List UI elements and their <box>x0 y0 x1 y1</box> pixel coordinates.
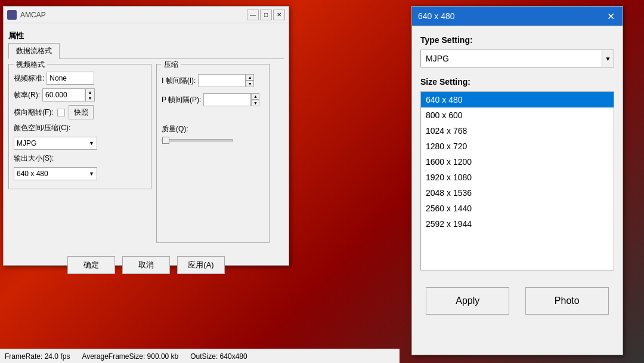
apply-properties-button[interactable]: 应用(A) <box>177 256 225 274</box>
flip-checkbox[interactable] <box>57 109 65 116</box>
color-space-value: MJPG <box>17 139 36 147</box>
framerate-arrows: ▲ ▼ <box>85 88 95 101</box>
out-size-status: OutSize: 640x480 <box>190 352 247 361</box>
framerate-down[interactable]: ▼ <box>86 95 94 101</box>
size-list[interactable]: 640 x 480800 x 6001024 x 7681280 x 72016… <box>420 91 614 270</box>
p-frame-arrows: ▲ ▼ <box>251 93 259 106</box>
video-standard-label: 视频标准: <box>14 73 44 84</box>
type-dropdown-arrow: ▼ <box>602 50 614 67</box>
tab-strip: 数据流格式 <box>8 42 284 59</box>
output-size-value: 640 x 480 <box>17 170 48 178</box>
color-space-label: 颜色空间/压缩(C): <box>14 123 70 133</box>
size-item[interactable]: 1024 x 768 <box>421 123 614 139</box>
output-size-select-row: 640 x 480 ▼ <box>14 167 146 180</box>
type-setting-label: Type Setting: <box>420 35 614 45</box>
window-controls: — □ ✕ <box>247 10 285 20</box>
size-item[interactable]: 640 x 480 <box>421 92 614 107</box>
properties-content: 属性 数据流格式 视频格式 视频标准: 帧率(R): <box>4 23 289 285</box>
flip-label: 横向翻转(F): <box>14 107 54 118</box>
avg-frame-size-status: AverageFrameSize: 900.00 kb <box>82 352 178 361</box>
right-column: 压缩 I 帧间隔(I): ▲ ▼ <box>156 64 270 248</box>
video-format-legend: 视频格式 <box>14 60 47 70</box>
framerate-up[interactable]: ▲ <box>86 89 94 95</box>
size-dialog-title: 640 x 480 <box>418 11 455 21</box>
size-item[interactable]: 1600 x 1200 <box>421 154 614 170</box>
video-format-group: 视频格式 视频标准: 帧率(R): ▲ ▼ <box>8 64 151 189</box>
size-item[interactable]: 2560 x 1440 <box>421 201 614 216</box>
size-dialog-content: Type Setting: MJPG ▼ Size Setting: 640 x… <box>412 26 623 280</box>
flip-row: 横向翻转(F): 快照 <box>14 105 146 119</box>
video-standard-input[interactable] <box>47 72 94 85</box>
type-value: MJPG <box>426 54 449 63</box>
size-item[interactable]: 1920 x 1080 <box>421 170 614 185</box>
i-frame-arrows: ▲ ▼ <box>246 74 254 87</box>
p-frame-up[interactable]: ▲ <box>251 93 259 100</box>
quality-slider-thumb[interactable] <box>162 137 169 144</box>
framerate-label: 帧率(R): <box>14 90 40 100</box>
size-dialog-titlebar: 640 x 480 ✕ <box>412 7 623 26</box>
output-size-label-row: 输出大小(S): <box>14 153 146 164</box>
output-size-label: 输出大小(S): <box>14 153 54 164</box>
size-close-button[interactable]: ✕ <box>605 10 617 22</box>
video-standard-row: 视频标准: <box>14 72 146 85</box>
p-frame-down[interactable]: ▼ <box>251 100 259 106</box>
i-frame-up[interactable]: ▲ <box>246 74 254 81</box>
left-column: 视频格式 视频标准: 帧率(R): ▲ ▼ <box>8 64 151 248</box>
size-setting-label: Size Setting: <box>420 77 614 87</box>
framerate-status: FrameRate: 24.0 fps <box>5 352 70 361</box>
snapshot-button[interactable]: 快照 <box>69 105 94 119</box>
properties-title: AMCAP <box>20 11 46 19</box>
ok-button[interactable]: 确定 <box>67 256 115 274</box>
i-frame-row: I 帧间隔(I): ▲ ▼ <box>162 74 264 87</box>
properties-dialog: AMCAP — □ ✕ 属性 数据流格式 视频格式 视频标准: <box>3 6 289 266</box>
output-size-arrow: ▼ <box>89 171 94 177</box>
main-columns: 视频格式 视频标准: 帧率(R): ▲ ▼ <box>8 64 284 248</box>
cancel-button[interactable]: 取消 <box>122 256 170 274</box>
i-frame-down[interactable]: ▼ <box>246 81 254 87</box>
i-frame-label: I 帧间隔(I): <box>162 76 196 86</box>
apply-button[interactable]: Apply <box>426 287 509 315</box>
size-item[interactable]: 1280 x 720 <box>421 139 614 154</box>
properties-footer: 确定 取消 应用(A) <box>8 250 284 280</box>
compression-group: 压缩 I 帧间隔(I): ▲ ▼ <box>156 64 270 243</box>
framerate-input[interactable] <box>42 88 85 101</box>
color-space-select[interactable]: MJPG ▼ <box>14 137 97 150</box>
p-frame-row: P 帧间隔(P): ▲ ▼ <box>162 93 264 106</box>
type-dropdown[interactable]: MJPG ▼ <box>420 50 614 67</box>
close-button[interactable]: ✕ <box>273 10 285 20</box>
photo-button[interactable]: Photo <box>525 287 609 315</box>
framerate-row: 帧率(R): ▲ ▼ <box>14 88 146 101</box>
maximize-button[interactable]: □ <box>260 10 272 20</box>
color-space-select-row: MJPG ▼ <box>14 137 146 150</box>
size-item[interactable]: 2048 x 1536 <box>421 185 614 201</box>
output-size-select[interactable]: 640 x 480 ▼ <box>14 167 97 180</box>
p-frame-input[interactable] <box>203 93 251 106</box>
i-frame-input[interactable] <box>198 74 246 87</box>
quality-slider-track <box>162 139 233 141</box>
size-item[interactable]: 2592 x 1944 <box>421 216 614 232</box>
p-frame-label: P 帧间隔(P): <box>162 95 201 105</box>
framerate-spinbox: ▲ ▼ <box>42 88 95 101</box>
dialog-subtitle: 属性 <box>8 28 284 42</box>
size-item[interactable]: 800 x 600 <box>421 107 614 123</box>
app-icon <box>7 10 17 20</box>
properties-titlebar: AMCAP — □ ✕ <box>4 7 289 23</box>
compression-legend: 压缩 <box>162 60 181 70</box>
color-space-arrow: ▼ <box>89 140 94 146</box>
quality-label: 质量(Q): <box>162 125 188 133</box>
quality-row: 质量(Q): <box>162 124 264 141</box>
size-dialog-footer: Apply Photo <box>412 280 623 322</box>
tab-datastream[interactable]: 数据流格式 <box>8 43 60 59</box>
minimize-button[interactable]: — <box>247 10 259 20</box>
size-dialog: 640 x 480 ✕ Type Setting: MJPG ▼ Size Se… <box>411 6 623 355</box>
color-space-row: 颜色空间/压缩(C): <box>14 123 146 133</box>
status-bar: FrameRate: 24.0 fps AverageFrameSize: 90… <box>0 349 400 363</box>
